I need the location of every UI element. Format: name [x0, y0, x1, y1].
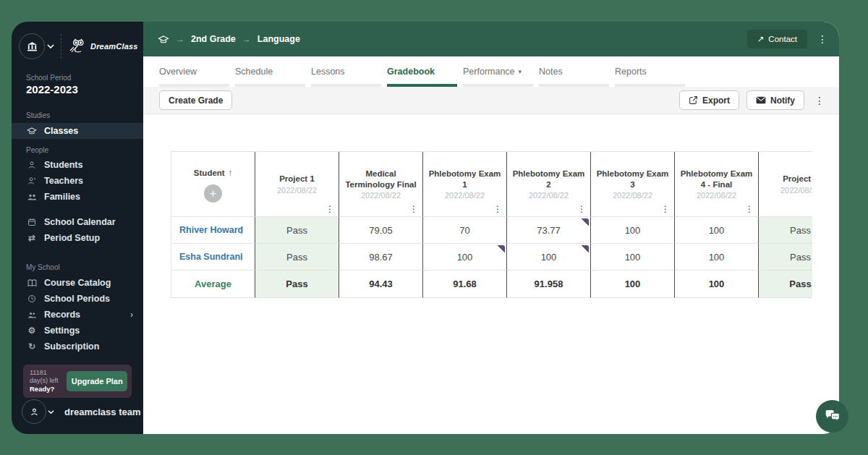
- tab-gradebook[interactable]: Gradebook: [387, 56, 457, 87]
- grade-cell[interactable]: 98.67: [339, 244, 423, 271]
- column-kebab-menu-icon[interactable]: ⋮: [661, 204, 670, 214]
- student-name-link[interactable]: Esha Sundrani: [179, 252, 243, 262]
- column-header-phlebotomy-exam-1: Phlebotomy Exam 1 2022/08/22 ⋮: [423, 152, 507, 217]
- grade-cell[interactable]: 100: [507, 244, 591, 271]
- column-date: 2022/08/22: [529, 191, 569, 200]
- grade-cell[interactable]: 100: [675, 244, 759, 271]
- sidebar-item-label: Teachers: [44, 176, 83, 186]
- person-icon: [30, 407, 39, 417]
- export-label: Export: [702, 95, 730, 106]
- ready-text: Ready?: [30, 385, 65, 394]
- user-menu[interactable]: dreamclass team: [22, 399, 141, 424]
- brand-name: DreamClass: [90, 42, 138, 51]
- grade-cell[interactable]: 100: [423, 244, 507, 271]
- average-cell: 91.68: [423, 271, 507, 298]
- column-header-medical-terminology-final: Medical Terminology Final 2022/08/22 ⋮: [339, 152, 423, 217]
- sidebar-item-label: School Calendar: [44, 217, 116, 227]
- arrow-up-right-icon: ↗: [757, 34, 765, 44]
- column-header-phlebotomy-exam-2: Phlebotomy Exam 2 2022/08/22 ⋮: [507, 152, 591, 217]
- sidebar-item-school-periods[interactable]: School Periods: [12, 291, 143, 307]
- sidebar-item-course-catalog[interactable]: Course Catalog: [12, 275, 143, 291]
- tab-label: Performance: [463, 67, 515, 77]
- create-grade-button[interactable]: Create Grade: [159, 90, 232, 110]
- grade-cell[interactable]: Pass: [759, 217, 812, 244]
- grade-cell[interactable]: 100: [675, 217, 759, 244]
- notify-button[interactable]: Notify: [746, 90, 804, 110]
- teacher-person-icon: [26, 177, 38, 185]
- tab-reports[interactable]: Reports: [615, 56, 685, 87]
- tab-performance[interactable]: Performance▾: [463, 56, 533, 87]
- sidebar-item-records[interactable]: Records ›: [12, 307, 143, 323]
- swap-arrows-icon: ⇄: [26, 233, 38, 243]
- grade-cell[interactable]: 100: [591, 217, 675, 244]
- student-kebab-menu-icon[interactable]: ⋮: [237, 226, 245, 235]
- tab-notes[interactable]: Notes: [539, 56, 609, 87]
- grade-cell[interactable]: 70: [423, 217, 507, 244]
- sidebar-item-school-calendar[interactable]: School Calendar: [12, 214, 143, 230]
- grade-cell[interactable]: Pass: [255, 244, 339, 271]
- tab-overview[interactable]: Overview: [159, 56, 229, 87]
- grade-cell[interactable]: Pass: [255, 217, 339, 244]
- sidebar-item-subscription[interactable]: ↻ Subscription: [12, 339, 143, 354]
- sidebar-item-label: Families: [44, 192, 80, 202]
- column-name: Phlebotomy Exam 3: [594, 169, 671, 190]
- sort-ascending-icon: ↑: [228, 168, 232, 178]
- sidebar-item-label: Subscription: [44, 341, 99, 352]
- sidebar-item-period-setup[interactable]: ⇄ Period Setup: [12, 230, 143, 246]
- tab-schedule[interactable]: Schedule: [235, 56, 305, 87]
- sidebar-item-teachers[interactable]: Teachers: [12, 173, 143, 189]
- contact-button[interactable]: ↗ Contact: [747, 30, 807, 48]
- grade-value: 73.77: [537, 225, 561, 236]
- student-kebab-menu-icon[interactable]: ⋮: [237, 252, 245, 262]
- column-header-phlebotomy-exam-3: Phlebotomy Exam 3 2022/08/22 ⋮: [591, 152, 675, 217]
- sidebar-item-label: School Periods: [44, 294, 110, 304]
- export-button[interactable]: Export: [679, 90, 739, 110]
- column-kebab-menu-icon[interactable]: ⋮: [577, 204, 586, 214]
- breadcrumb-subject: Language: [258, 34, 300, 44]
- contact-label: Contact: [768, 35, 797, 43]
- tab-lessons[interactable]: Lessons: [311, 56, 381, 87]
- grade-cell[interactable]: 100: [591, 244, 675, 271]
- clock-icon: [26, 294, 38, 303]
- student-name-link[interactable]: Rhiver Howard: [179, 225, 243, 235]
- section-label-people: People: [12, 146, 143, 154]
- column-kebab-menu-icon[interactable]: ⋮: [326, 204, 334, 214]
- upgrade-plan-button[interactable]: Upgrade Plan: [67, 371, 127, 391]
- column-kebab-menu-icon[interactable]: ⋮: [745, 204, 754, 214]
- student-row-cell: Esha Sundrani ⋮: [171, 244, 255, 271]
- grade-cell[interactable]: Pass: [759, 244, 812, 271]
- breadcrumb-class[interactable]: 2nd Grade: [191, 34, 236, 44]
- gradebook-toolbar: Create Grade Export Notify ⋮: [143, 87, 839, 114]
- grade-cell[interactable]: 79.05: [339, 217, 423, 244]
- sidebar-item-settings[interactable]: ⚙ Settings: [12, 323, 143, 339]
- student-column-header[interactable]: Student ↑ +: [171, 152, 255, 217]
- chevron-right-icon: ›: [130, 310, 133, 320]
- grade-cell[interactable]: 73.77: [507, 217, 591, 244]
- gear-icon: ⚙: [26, 326, 38, 336]
- sidebar-item-label: Course Catalog: [44, 278, 111, 288]
- column-kebab-menu-icon[interactable]: ⋮: [493, 204, 502, 214]
- sidebar-item-families[interactable]: Families: [12, 189, 143, 205]
- school-switcher[interactable]: [19, 33, 45, 59]
- add-student-button[interactable]: +: [204, 184, 222, 203]
- chevron-down-icon[interactable]: [47, 43, 54, 49]
- institution-icon: [26, 41, 38, 53]
- sidebar-item-label: Records: [44, 310, 80, 320]
- families-group-icon: [26, 193, 38, 201]
- toolbar-kebab-menu-icon[interactable]: ⋮: [812, 95, 827, 106]
- sidebar-item-students[interactable]: Students: [12, 157, 143, 173]
- notify-label: Notify: [770, 95, 795, 106]
- annotation-corner: [581, 245, 589, 253]
- tab-label: Gradebook: [387, 67, 435, 77]
- book-icon: [26, 279, 38, 287]
- column-kebab-menu-icon[interactable]: ⋮: [409, 204, 418, 214]
- column-header-project-2: Project 2 2022/08/22: [759, 152, 812, 217]
- annotation-corner: [581, 218, 589, 226]
- upgrade-banner: 11181 day(s) left Ready? Upgrade Plan: [23, 365, 132, 398]
- column-header-project-1: Project 1 2022/08/22 ⋮: [255, 152, 339, 217]
- days-left-text: 11181 day(s) left: [30, 369, 65, 386]
- sidebar-item-classes[interactable]: Classes: [12, 123, 143, 139]
- tab-label: Schedule: [235, 67, 273, 77]
- header-kebab-menu-icon[interactable]: ⋮: [817, 33, 827, 45]
- chat-support-button[interactable]: [816, 400, 848, 433]
